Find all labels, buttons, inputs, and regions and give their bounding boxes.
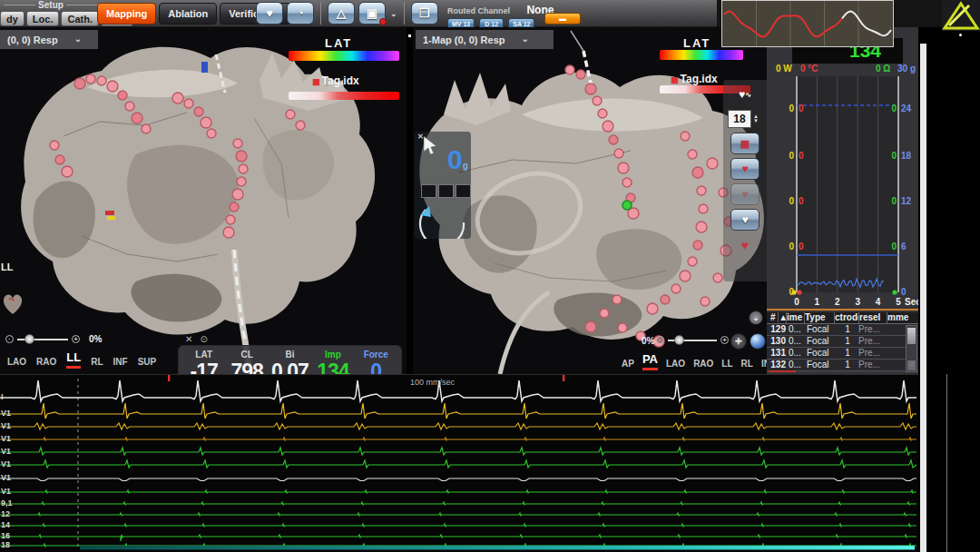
table-scrollbar[interactable]: ⁙ — [906, 325, 917, 372]
lesion-tag — [172, 93, 183, 104]
heart-icon[interactable]: ♥ — [256, 2, 283, 25]
lesion-tag — [233, 139, 242, 148]
toolbar-tab[interactable]: Cath. — [61, 11, 99, 26]
chart-grid-icon[interactable]: ▦ — [730, 133, 760, 154]
warning-panel — [942, 0, 980, 31]
orientation-button[interactable]: LL — [721, 359, 732, 370]
rotation-arc-icon[interactable] — [415, 202, 471, 239]
tag-color-scale[interactable] — [289, 92, 399, 100]
ecg-panel: IV1V1V1V1V1V1V19,112141618 100 mm/sec — [0, 374, 918, 552]
orientation-button[interactable]: PA — [642, 352, 658, 370]
measurement-bar-icons[interactable]: ✕⊙ — [185, 334, 215, 344]
ecg-trace — [0, 478, 916, 481]
ecg-trace — [0, 513, 916, 516]
orientation-button[interactable]: RL — [741, 359, 753, 370]
orientation-button[interactable]: LAO — [7, 357, 26, 369]
lesion-tag — [237, 177, 246, 186]
counter-arrows-icon[interactable]: ▲▼ — [753, 114, 759, 123]
collapse-circle-button[interactable]: ⌄ — [749, 310, 763, 325]
respiration-wave-popup[interactable] — [721, 0, 894, 47]
toolbar-tab[interactable]: Loc. — [26, 11, 60, 26]
lesion-tag — [688, 257, 697, 266]
swatch[interactable] — [456, 184, 471, 198]
scrollbar-grip[interactable]: ⁙ — [907, 360, 916, 370]
review-bar[interactable] — [80, 546, 915, 550]
lesion-tag — [609, 135, 618, 144]
orientation-button[interactable]: LAO — [666, 359, 685, 370]
view-divider[interactable] — [407, 27, 413, 374]
orientation-buttons-right: APPALAORAOLLRLINFSUP — [622, 352, 767, 370]
ecg-traces[interactable] — [0, 375, 918, 552]
catheter-tip-icon[interactable]: ♥ — [730, 234, 760, 256]
catheter-heart-icon[interactable]: ♥ — [730, 209, 760, 231]
tag-icon: ▦ — [671, 75, 679, 84]
catheter-heart-icon[interactable]: ♥ — [730, 158, 760, 180]
orientation-button[interactable]: AP — [622, 359, 634, 370]
scrollbar-thumb[interactable] — [907, 328, 916, 344]
lesion-tag — [232, 189, 243, 200]
zoom-slider-knob[interactable] — [24, 334, 34, 344]
ecg-channel-label: V1 — [1, 473, 11, 482]
warning-triangle-icon[interactable] — [942, 0, 980, 31]
orientation-button[interactable]: RL — [91, 357, 103, 369]
lat-color-scale[interactable] — [289, 51, 399, 61]
ecg-channel-label: V1 — [1, 409, 11, 418]
ecg-heart-icon[interactable]: ♥∿ — [730, 84, 760, 105]
lesion-tag — [699, 204, 708, 213]
axis-label: 2 — [835, 297, 840, 307]
counter-value[interactable]: 18 — [728, 110, 751, 128]
lesion-tag — [576, 70, 585, 79]
zoom-in-button[interactable]: + — [720, 336, 729, 344]
orientation-button[interactable]: LL — [66, 350, 81, 369]
col-index: # ▲ — [767, 312, 786, 323]
axis-label: 24 — [901, 104, 912, 113]
swatch[interactable] — [438, 184, 454, 198]
toolbar-tab[interactable]: dy — [0, 11, 24, 26]
zoom-in-button[interactable]: + — [72, 335, 80, 343]
orientation-button[interactable]: RAO — [36, 357, 56, 369]
lesion-tag — [230, 202, 239, 212]
view-tools-panel: ✕ 0g — [415, 132, 471, 239]
measurement-tile: LAT -17 — [185, 350, 223, 374]
lesion-tag — [236, 151, 247, 162]
table-row[interactable]: 1300...Focal 1Pre... — [767, 336, 918, 348]
lat-color-scale[interactable] — [660, 50, 743, 60]
zoom-slider-track[interactable] — [668, 340, 717, 341]
zoom-slider-knob[interactable] — [674, 335, 684, 345]
table-row[interactable]: 1290...Focal 1Pre... — [767, 324, 918, 336]
ablation-stat: 30 g — [897, 64, 916, 74]
axis-label: 0 — [789, 196, 794, 206]
points-counter: 18 ▲▼ — [728, 109, 762, 129]
lesion-tag — [50, 141, 59, 150]
orientation-button[interactable]: INF — [113, 357, 128, 369]
mode-tab[interactable]: Ablation — [159, 3, 217, 25]
mode-tab[interactable]: Mapping — [97, 3, 156, 25]
lesion-tag — [647, 303, 658, 314]
zoom-out-button[interactable]: · — [5, 335, 14, 343]
lesion-tag — [86, 74, 95, 84]
axis-label: 3 — [855, 297, 860, 307]
zoom-slider-track[interactable] — [17, 339, 68, 340]
gauge-icon[interactable]: ◔ — [287, 2, 314, 25]
table-row[interactable]: 1310...Focal 1Pre... — [767, 348, 918, 360]
orientation-button[interactable]: SUP — [138, 357, 157, 369]
lesion-tag — [585, 84, 596, 94]
chevron-down-icon[interactable]: ⌄ — [390, 9, 397, 18]
pointer-cursor-icon[interactable] — [422, 135, 442, 155]
view-header-right[interactable]: 1-Map (0, 0) Resp⌄ — [416, 30, 554, 49]
col-comment: mme — [887, 312, 914, 323]
ecg-channel-label: 18 — [1, 540, 10, 549]
axis-label: 0 — [794, 297, 799, 307]
balloon-icon[interactable]: △ — [328, 2, 355, 25]
zoom-out-button[interactable]: · — [656, 336, 664, 344]
channel-button-active[interactable]: ▬ — [544, 13, 581, 25]
pan-tool-button[interactable]: ✛ — [730, 333, 747, 350]
orientation-button[interactable]: RAO — [693, 359, 713, 370]
orbit-tool-button[interactable] — [750, 333, 766, 350]
snapshot-icon[interactable]: ▣ — [358, 2, 386, 25]
screens-icon[interactable]: ❐ — [411, 2, 438, 25]
view-header-left[interactable]: (0, 0) Resp⌄ — [0, 30, 98, 49]
reference-heart-icon[interactable] — [1, 292, 24, 316]
swatch[interactable] — [421, 184, 436, 198]
lesion-tag — [97, 76, 106, 85]
